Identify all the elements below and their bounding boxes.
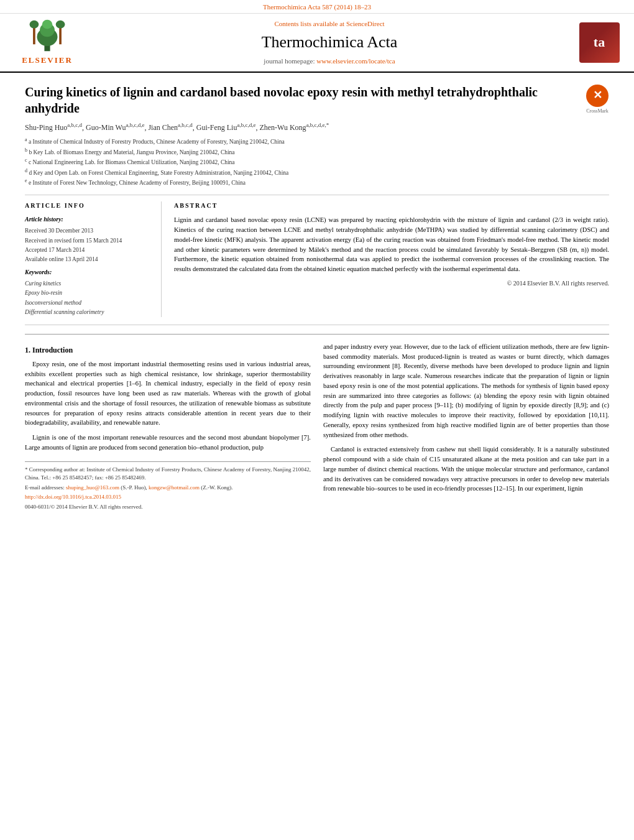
- svg-point-7: [56, 21, 65, 29]
- svg-point-3: [42, 20, 53, 29]
- affiliations: a a Institute of Chemical Industry of Fo…: [25, 136, 576, 187]
- homepage-url[interactable]: www.elsevier.com/locate/tca: [316, 57, 395, 65]
- svg-point-5: [30, 21, 39, 29]
- kw-1: Curing kinetics: [25, 279, 152, 288]
- crossmark-badge[interactable]: ✕: [586, 84, 609, 108]
- doi-line: http://dx.doi.org/10.1016/j.tca.2014.03.…: [25, 493, 311, 502]
- author-guifeng: Gui-Feng Liu: [196, 123, 237, 132]
- email2-link[interactable]: kongzw@hotmail.com: [149, 484, 200, 491]
- contents-label: Contents lists available at: [274, 20, 344, 27]
- journal-center-info: Contents lists available at ScienceDirec…: [85, 19, 574, 66]
- elsevier-logo-area: ELSEVIER: [10, 19, 85, 66]
- author-jian: Jian Chen: [148, 123, 178, 132]
- elsevier-tree-icon: [22, 19, 72, 53]
- section-divider: [25, 334, 609, 335]
- email2-note: (Z.-W. Kong).: [201, 484, 232, 491]
- affil-a: a a Institute of Chemical Industry of Fo…: [25, 136, 576, 146]
- elsevier-wordmark: ELSEVIER: [22, 55, 73, 66]
- affil-b: b b Key Lab. of Biomass Energy and Mater…: [25, 147, 576, 157]
- email-label: E-mail addresses:: [25, 484, 65, 491]
- right-para1: and paper industry every year. However, …: [323, 342, 609, 440]
- article-dates: Received 30 December 2013 Received in re…: [25, 226, 152, 264]
- kw-4: Differential scanning calorimetry: [25, 308, 152, 317]
- affil-e: e e Institute of Forest New Technology, …: [25, 177, 576, 187]
- affil-c: c c National Engineering Lab. for Biomas…: [25, 157, 576, 167]
- email1-note: (S.-P. Huo),: [121, 484, 147, 491]
- page-wrapper: Thermochimica Acta 587 (2014) 18–23 ELSE…: [0, 0, 634, 522]
- accepted-date: Accepted 17 March 2014: [25, 246, 152, 255]
- article-title-section: Curing kinetics of lignin and cardanol b…: [25, 84, 609, 196]
- crossmark-icon: ✕: [586, 85, 609, 107]
- abstract-text: Lignin and cardanol based novolac epoxy …: [174, 215, 609, 274]
- body-columns: 1. Introduction Epoxy resin, one of the …: [25, 342, 609, 512]
- author-shuping: Shu-Ping Huo: [25, 123, 67, 132]
- revised-date: Received in revised form 15 March 2014: [25, 236, 152, 246]
- journal-header: ELSEVIER Contents lists available at Sci…: [0, 14, 634, 72]
- abstract-copyright: © 2014 Elsevier B.V. All rights reserved…: [174, 279, 609, 288]
- sciencedirect-link[interactable]: ScienceDirect: [346, 20, 385, 27]
- doi-link[interactable]: http://dx.doi.org/10.1016/j.tca.2014.03.…: [25, 494, 121, 500]
- affil-d: d d Key and Open Lab. on Forest Chemical…: [25, 167, 576, 177]
- received-date: Received 30 December 2013: [25, 226, 152, 236]
- article-history-label: Article history:: [25, 215, 152, 224]
- crossmark-label: CrossMark: [586, 108, 609, 114]
- keywords-list: Curing kinetics Epoxy bio-resin Isoconve…: [25, 279, 152, 317]
- homepage-label: journal homepage:: [264, 57, 315, 65]
- journal-title: Thermochimica Acta: [85, 31, 574, 53]
- contents-line: Contents lists available at ScienceDirec…: [85, 19, 574, 29]
- article-info-heading: ARTICLE INFO: [25, 201, 152, 210]
- ta-logo-icon: ta: [579, 22, 620, 63]
- available-date: Available online 13 April 2014: [25, 255, 152, 264]
- article-title: Curing kinetics of lignin and cardanol b…: [25, 84, 576, 116]
- journal-logo-area: ta: [574, 22, 624, 63]
- abstract-column: ABSTRACT Lignin and cardanol based novol…: [174, 201, 609, 317]
- crossmark-area[interactable]: ✕ CrossMark: [586, 84, 609, 114]
- email-line: E-mail addresses: shuping_huo@163.com (S…: [25, 484, 311, 492]
- left-body-column: 1. Introduction Epoxy resin, one of the …: [25, 342, 311, 512]
- kw-2: Epoxy bio-resin: [25, 288, 152, 298]
- homepage-line: journal homepage: www.elsevier.com/locat…: [85, 57, 574, 66]
- author-zhenwu: Zhen-Wu Kong: [259, 123, 306, 132]
- footer-area: * Corresponding author at: Institute of …: [25, 461, 311, 512]
- citation-text: Thermochimica Acta 587 (2014) 18–23: [263, 3, 371, 11]
- abstract-heading: ABSTRACT: [174, 201, 609, 210]
- right-body-column: and paper industry every year. However, …: [323, 342, 609, 512]
- keywords-label: Keywords:: [25, 268, 152, 277]
- article-info-row: ARTICLE INFO Article history: Received 3…: [25, 201, 609, 325]
- intro-para1: Epoxy resin, one of the most important i…: [25, 359, 311, 428]
- right-para2: Cardanol is extracted extensively from c…: [323, 445, 609, 494]
- corresponding-note: * Corresponding author at: Institute of …: [25, 466, 311, 482]
- article-title-text: Curing kinetics of lignin and cardanol b…: [25, 84, 576, 188]
- top-citation-bar: Thermochimica Acta 587 (2014) 18–23: [0, 0, 634, 14]
- intro-heading: 1. Introduction: [25, 344, 311, 356]
- authors-line: Shu-Ping Huoa,b,c,d, Guo-Min Wua,b,c,d,e…: [25, 121, 576, 133]
- intro-para2: Lignin is one of the most important rene…: [25, 433, 311, 453]
- article-content: Curing kinetics of lignin and cardanol b…: [0, 73, 634, 523]
- author-guomin: Guo-Min Wu: [86, 123, 126, 132]
- article-info-column: ARTICLE INFO Article history: Received 3…: [25, 201, 162, 317]
- email1-link[interactable]: shuping_huo@163.com: [66, 484, 119, 491]
- kw-3: Isoconversional method: [25, 298, 152, 308]
- issn-line: 0040-6031/© 2014 Elsevier B.V. All right…: [25, 503, 311, 512]
